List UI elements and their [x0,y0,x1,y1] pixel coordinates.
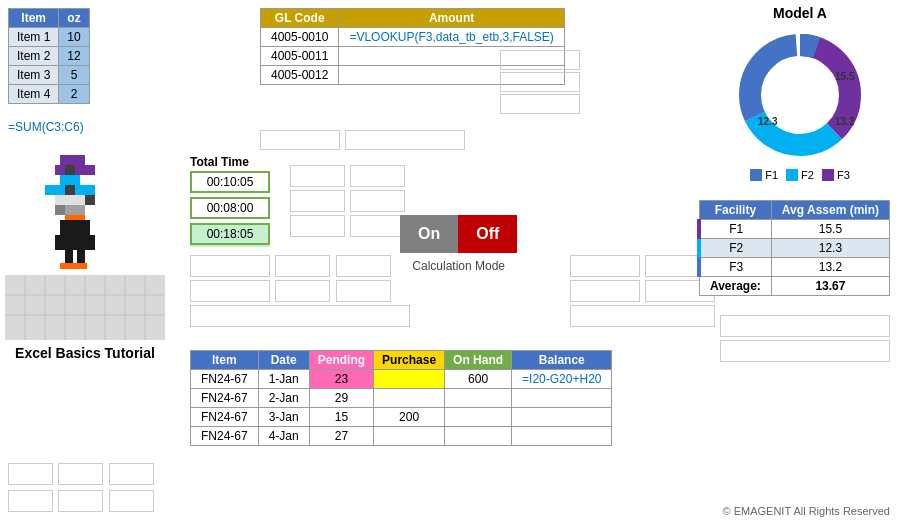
donut-legend: F1 F2 F3 [710,169,890,181]
table-row: F1 15.5 [699,220,889,239]
svg-rect-20 [65,185,75,195]
svg-rect-33 [65,250,73,265]
model-a-section: Model A 15.5 13.2 12.3 F1 F2 [710,5,890,181]
svg-rect-26 [85,195,95,205]
legend-f1: F1 [750,169,778,181]
excel-label: Excel Basics Tutorial [10,345,160,361]
table-row: FN24-67 4-Jan 27 [191,427,612,446]
svg-rect-25 [75,195,85,205]
f1-color-box [750,169,762,181]
svg-text:13.2: 13.2 [835,116,855,127]
gl-code-header: GL Code [261,9,339,28]
time-right-boxes-3 [290,215,407,240]
inventory-onhand-header: On Hand [445,351,512,370]
time-right-boxes-2 [290,190,407,215]
facility-table: Facility Avg Assem (min) F1 15.5 F2 12.3… [697,200,890,296]
right-empty-section [720,315,890,362]
svg-text:15.5: 15.5 [835,71,855,82]
right-middle-boxes-3 [570,305,715,330]
on-off-section: OnOff Calculation Mode [400,215,517,273]
f3-label: F3 [837,169,850,181]
facility-col-header: Facility [699,201,771,220]
table-row: FN24-67 1-Jan 23 600 =I20-G20+H20 [191,370,612,389]
svg-rect-24 [65,195,75,205]
f2-label: F2 [801,169,814,181]
svg-rect-17 [70,175,80,185]
svg-rect-19 [55,185,65,195]
svg-rect-13 [65,165,75,175]
svg-rect-27 [55,205,65,215]
svg-rect-11 [75,155,85,165]
calculation-mode-label: Calculation Mode [400,259,517,273]
table-row: FN24-67 2-Jan 29 [191,389,612,408]
svg-rect-23 [55,195,65,205]
pixel-art-mascot [5,155,165,340]
bottom-left-boxes [8,463,154,515]
copyright-text: © EMAGENIT All Rights Reserved [723,505,890,517]
svg-rect-18 [45,185,55,195]
inventory-table: Item Date Pending Purchase On Hand Balan… [190,350,612,446]
table-row: Item 1 10 [9,28,90,47]
inventory-balance-header: Balance [512,351,612,370]
avg-assem-col-header: Avg Assem (min) [771,201,889,220]
svg-rect-12 [55,165,65,175]
empty-cells-area [500,50,580,116]
svg-rect-10 [60,155,75,165]
svg-text:12.3: 12.3 [758,116,778,127]
oz-col-header: oz [59,9,89,28]
inventory-purchase-header: Purchase [374,351,445,370]
bottom-time-boxes-3 [190,305,410,330]
donut-chart: 15.5 13.2 12.3 [730,25,870,165]
table-row-average: Average: 13.67 [699,277,889,296]
svg-rect-14 [75,165,85,175]
time-right-boxes [290,165,407,190]
svg-rect-34 [77,250,85,265]
table-row: Item 3 5 [9,66,90,85]
bottom-time-boxes [190,255,391,280]
amount-header: Amount [339,9,564,28]
item-col-header: Item [9,9,59,28]
sum-formula: =SUM(C3:C6) [8,120,84,134]
svg-rect-16 [60,175,70,185]
svg-rect-28 [65,205,85,215]
svg-rect-36 [73,263,87,269]
table-row: Item 4 2 [9,85,90,104]
table-row: Item 2 12 [9,47,90,66]
total-time-label: Total Time [190,155,270,169]
right-middle-boxes-2 [570,280,715,305]
empty-row [260,130,465,153]
item-table: Item oz Item 1 10 Item 2 12 Item 3 5 Ite… [8,8,90,104]
off-button[interactable]: Off [458,215,517,253]
table-row: F2 12.3 [699,239,889,258]
inventory-pending-header: Pending [309,351,373,370]
inventory-date-header: Date [258,351,309,370]
table-row: FN24-67 3-Jan 15 200 [191,408,612,427]
legend-f2: F2 [786,169,814,181]
svg-rect-32 [55,235,95,250]
f3-color-box [822,169,834,181]
model-a-title: Model A [710,5,890,21]
time-value-1: 00:10:05 [190,171,270,193]
svg-rect-35 [60,263,74,269]
right-middle-boxes [570,255,715,280]
svg-rect-15 [85,165,95,175]
time-value-3: 00:18:05 [190,223,270,245]
table-row: 4005-0010 =VLOOKUP(F3,data_tb_etb,3,FALS… [261,28,565,47]
legend-f3: F3 [822,169,850,181]
on-button[interactable]: On [400,215,458,253]
svg-rect-21 [75,185,85,195]
svg-rect-31 [60,220,90,235]
f2-color-box [786,169,798,181]
bottom-time-boxes-2 [190,280,391,305]
total-time-section: Total Time 00:10:05 00:08:00 00:18:05 [190,155,270,249]
inventory-item-header: Item [191,351,259,370]
f1-label: F1 [765,169,778,181]
table-row: F3 13.2 [699,258,889,277]
time-value-2: 00:08:00 [190,197,270,219]
svg-rect-22 [85,185,95,195]
